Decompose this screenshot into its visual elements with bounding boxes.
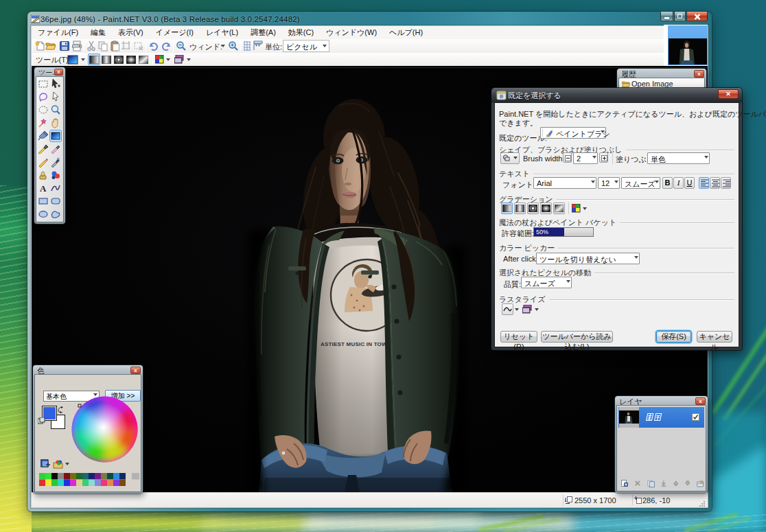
svg-text:A: A [40,183,47,194]
svg-text:ASTIEST MUSIC IN TOWN: ASTIEST MUSIC IN TOWN [321,341,391,347]
